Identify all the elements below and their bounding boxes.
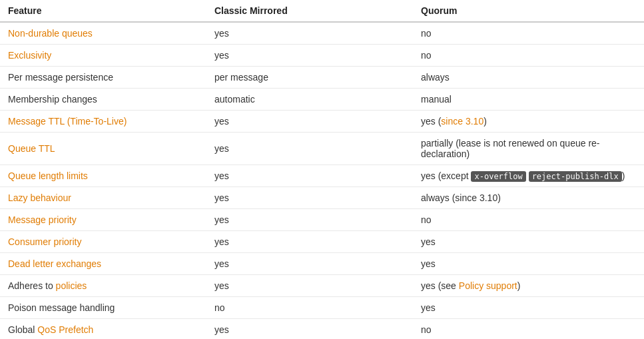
comparison-table-container: Feature Classic Mirrored Quorum Non-dura… (0, 0, 644, 339)
cell-feature: Lazy behaviour (0, 187, 206, 209)
feature-link[interactable]: Consumer priority (8, 236, 81, 247)
table-row: Message priorityyesno (0, 209, 644, 231)
cell-feature: Message priority (0, 209, 206, 231)
cell-classic: yes (206, 111, 413, 133)
cell-feature: Adheres to policies (0, 275, 206, 297)
table-row: Membership changesautomaticmanual (0, 89, 644, 111)
cell-classic: yes (206, 275, 413, 297)
cell-feature: Non-durable queues (0, 22, 206, 45)
cell-quorum: no (413, 319, 644, 340)
cell-feature: Dead letter exchanges (0, 253, 206, 275)
table-row: Dead letter exchangesyesyes (0, 253, 644, 275)
feature-link[interactable]: Queue TTL (8, 143, 55, 154)
cell-classic: yes (206, 231, 413, 253)
cell-quorum: no (413, 209, 644, 231)
cell-quorum: yes (see Policy support) (413, 275, 644, 297)
cell-classic: per message (206, 67, 413, 89)
table-row: Queue TTLyespartially (lease is not rene… (0, 133, 644, 165)
cell-feature: Consumer priority (0, 231, 206, 253)
cell-quorum: no (413, 45, 644, 67)
feature-text: Global (8, 324, 37, 335)
cell-feature: Poison message handling (0, 297, 206, 319)
cell-classic: yes (206, 253, 413, 275)
table-row: Global QoS Prefetchyesno (0, 319, 644, 340)
cell-classic: yes (206, 133, 413, 165)
cell-feature: Message TTL (Time-To-Live) (0, 111, 206, 133)
cell-quorum: yes (since 3.10) (413, 111, 644, 133)
cell-feature: Per message persistence (0, 67, 206, 89)
cell-feature: Queue length limits (0, 165, 206, 187)
quorum-link[interactable]: since 3.10 (441, 116, 483, 127)
cell-feature: Queue TTL (0, 133, 206, 165)
table-row: Poison message handlingnoyes (0, 297, 644, 319)
table-row: Non-durable queuesyesno (0, 22, 644, 45)
cell-quorum: no (413, 22, 644, 45)
code-x-overflow: x-overflow (471, 171, 525, 182)
feature-link[interactable]: Dead letter exchanges (8, 258, 101, 269)
header-classic: Classic Mirrored (206, 0, 413, 22)
cell-classic: yes (206, 187, 413, 209)
quorum-link[interactable]: Policy support (459, 280, 517, 291)
cell-classic: automatic (206, 89, 413, 111)
feature-link[interactable]: Lazy behaviour (8, 192, 71, 203)
cell-quorum: partially (lease is not renewed on queue… (413, 133, 644, 165)
cell-feature: Exclusivity (0, 45, 206, 67)
feature-link[interactable]: policies (56, 280, 87, 291)
cell-quorum: yes (413, 297, 644, 319)
code-reject-publish-dlx: reject-publish-dlx (529, 171, 622, 182)
table-row: Lazy behaviouryesalways (since 3.10) (0, 187, 644, 209)
feature-link[interactable]: Message priority (8, 214, 77, 225)
cell-quorum: yes (413, 231, 644, 253)
cell-classic: yes (206, 165, 413, 187)
table-row: Per message persistenceper messagealways (0, 67, 644, 89)
feature-link[interactable]: Queue length limits (8, 170, 88, 181)
table-row: Queue length limitsyesyes (except x-over… (0, 165, 644, 187)
comparison-table: Feature Classic Mirrored Quorum Non-dura… (0, 0, 644, 339)
table-row: Adheres to policiesyesyes (see Policy su… (0, 275, 644, 297)
cell-feature: Global QoS Prefetch (0, 319, 206, 340)
feature-link[interactable]: Exclusivity (8, 50, 51, 61)
cell-quorum: yes (except x-overflow reject-publish-dl… (413, 165, 644, 187)
header-feature: Feature (0, 0, 206, 22)
table-header-row: Feature Classic Mirrored Quorum (0, 0, 644, 22)
cell-classic: no (206, 297, 413, 319)
cell-quorum: manual (413, 89, 644, 111)
feature-link[interactable]: Non-durable queues (8, 28, 93, 39)
table-row: Consumer priorityyesyes (0, 231, 644, 253)
cell-quorum: always (since 3.10) (413, 187, 644, 209)
feature-link[interactable]: QoS Prefetch (37, 324, 93, 335)
feature-text: Adheres to (8, 280, 56, 291)
cell-classic: yes (206, 209, 413, 231)
cell-quorum: yes (413, 253, 644, 275)
cell-classic: yes (206, 22, 413, 45)
cell-feature: Membership changes (0, 89, 206, 111)
cell-classic: yes (206, 45, 413, 67)
header-quorum: Quorum (413, 0, 644, 22)
feature-link[interactable]: Message TTL (Time-To-Live) (8, 116, 127, 127)
cell-quorum: always (413, 67, 644, 89)
cell-classic: yes (206, 319, 413, 340)
table-row: Message TTL (Time-To-Live)yesyes (since … (0, 111, 644, 133)
table-row: Exclusivityyesno (0, 45, 644, 67)
